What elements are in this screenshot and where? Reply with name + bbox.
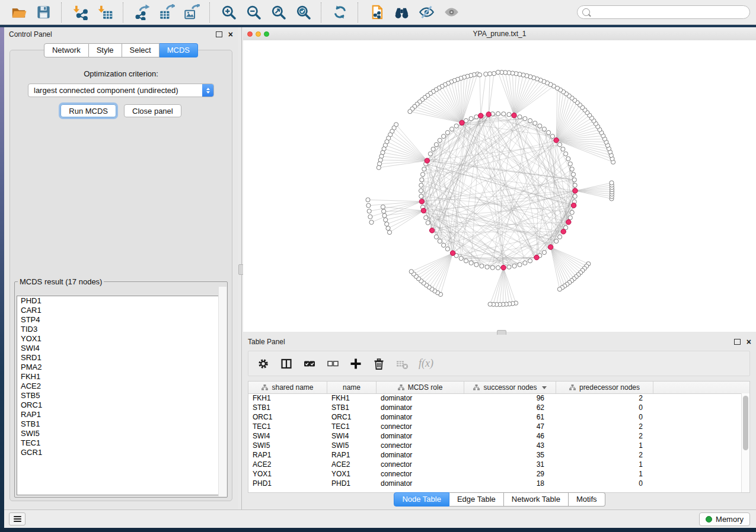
deselect-all-button[interactable] xyxy=(326,357,339,370)
table-row[interactable]: RAP1RAP1dominator352 xyxy=(248,450,742,460)
delete-table-button[interactable] xyxy=(395,357,409,370)
refresh-view-button[interactable] xyxy=(327,2,352,23)
table-row[interactable]: SWI5SWI5connector431 xyxy=(248,441,742,450)
zoom-fit-button[interactable] xyxy=(266,2,291,23)
cell-shared-name[interactable]: FKH1 xyxy=(248,393,327,403)
cell-successor-nodes[interactable]: 96 xyxy=(464,393,556,403)
mcds-list-scrollbar[interactable] xyxy=(218,287,227,496)
cell-successor-nodes[interactable]: 61 xyxy=(464,412,556,422)
cell-name[interactable]: SWI4 xyxy=(327,431,377,441)
table-row[interactable]: FKH1FKH1dominator962 xyxy=(248,393,742,403)
add-column-button[interactable] xyxy=(349,357,362,370)
tab-mcds[interactable]: MCDS xyxy=(160,43,198,57)
zoom-in-button[interactable] xyxy=(216,2,241,23)
function-builder-button[interactable]: f(x) xyxy=(419,357,433,370)
table-row[interactable]: YOX1YOX1connector291 xyxy=(248,469,742,479)
cell-name[interactable]: FKH1 xyxy=(327,393,377,403)
show-hide-panels-button[interactable] xyxy=(414,2,439,23)
zoom-selected-button[interactable] xyxy=(291,2,315,23)
mcds-node-item[interactable]: SRD1 xyxy=(17,353,225,363)
cell-successor-nodes[interactable]: 29 xyxy=(464,469,556,479)
toggle-view-button[interactable] xyxy=(439,2,464,23)
network-graph[interactable] xyxy=(243,40,756,332)
cell-name[interactable]: RAP1 xyxy=(327,450,377,460)
table-row[interactable]: ORC1ORC1dominator610 xyxy=(248,412,742,422)
column-header-MCDS-role[interactable]: MCDS role xyxy=(377,382,464,393)
cell-shared-name[interactable]: SWI5 xyxy=(248,441,327,450)
tab-motifs[interactable]: Motifs xyxy=(569,492,605,507)
task-history-button[interactable] xyxy=(9,512,25,525)
close-panel-icon[interactable]: × xyxy=(747,339,751,345)
cell-name[interactable]: ACE2 xyxy=(327,460,377,469)
scrollbar-thumb[interactable] xyxy=(743,396,748,450)
cell-shared-name[interactable]: ACE2 xyxy=(248,460,327,469)
cell-predecessor-nodes[interactable]: 1 xyxy=(556,441,653,450)
tab-node-table[interactable]: Node Table xyxy=(394,492,449,507)
cell-shared-name[interactable]: STB1 xyxy=(248,403,327,412)
mcds-node-item[interactable]: SWI5 xyxy=(17,429,225,438)
delete-column-button[interactable] xyxy=(372,357,385,370)
cell-MCDS-role[interactable]: connector xyxy=(377,469,464,479)
close-panel-button[interactable]: Close panel xyxy=(124,104,181,117)
cell-successor-nodes[interactable]: 18 xyxy=(464,479,556,488)
tab-edge-table[interactable]: Edge Table xyxy=(449,492,504,507)
import-table-button[interactable] xyxy=(92,2,117,23)
cell-MCDS-role[interactable]: dominator xyxy=(377,431,464,441)
cell-name[interactable]: PHD1 xyxy=(327,479,377,488)
cell-predecessor-nodes[interactable]: 0 xyxy=(556,412,653,422)
cell-predecessor-nodes[interactable]: 0 xyxy=(556,403,653,412)
open-session-button[interactable] xyxy=(6,2,31,23)
table-row[interactable]: STB1STB1dominator620 xyxy=(248,403,742,412)
import-network-button[interactable] xyxy=(68,2,92,23)
column-header-shared-name[interactable]: shared name xyxy=(248,382,327,393)
table-row[interactable]: TEC1TEC1connector472 xyxy=(248,422,742,431)
tab-network-table[interactable]: Network Table xyxy=(504,492,569,507)
cell-MCDS-role[interactable]: dominator xyxy=(377,412,464,422)
cell-successor-nodes[interactable]: 62 xyxy=(464,403,556,412)
mcds-node-item[interactable]: YOX1 xyxy=(17,334,225,344)
tab-style[interactable]: Style xyxy=(89,43,122,57)
mcds-node-item[interactable]: GCR1 xyxy=(17,448,225,457)
export-image-button[interactable] xyxy=(179,2,204,23)
float-panel-icon[interactable] xyxy=(734,339,741,345)
cell-predecessor-nodes[interactable]: 2 xyxy=(556,422,653,431)
export-table-button[interactable] xyxy=(154,2,179,23)
cell-shared-name[interactable]: RAP1 xyxy=(248,450,327,460)
float-panel-icon[interactable] xyxy=(216,31,222,37)
column-settings-button[interactable] xyxy=(257,357,270,370)
cell-successor-nodes[interactable]: 31 xyxy=(464,460,556,469)
vertical-splitter[interactable] xyxy=(238,27,243,509)
cell-shared-name[interactable]: PHD1 xyxy=(248,479,327,488)
cell-name[interactable]: SWI5 xyxy=(327,441,377,450)
memory-button[interactable]: Memory xyxy=(699,512,750,526)
cell-predecessor-nodes[interactable]: 1 xyxy=(556,460,653,469)
mcds-result-list[interactable]: PHD1CAR1STP4TID3YOX1SWI4SRD1PMA2FKH1ACE2… xyxy=(17,296,225,495)
cell-MCDS-role[interactable]: dominator xyxy=(377,450,464,460)
cell-shared-name[interactable]: ORC1 xyxy=(248,412,327,422)
mcds-node-item[interactable]: ORC1 xyxy=(17,400,225,410)
column-header-successor-nodes[interactable]: successor nodes xyxy=(464,382,556,393)
find-button[interactable] xyxy=(389,2,414,23)
table-scrollbar[interactable] xyxy=(741,393,749,492)
mcds-node-item[interactable]: RAP1 xyxy=(17,410,225,419)
leaf-nodes[interactable] xyxy=(366,70,615,306)
cell-name[interactable]: YOX1 xyxy=(327,469,377,479)
run-mcds-button[interactable]: Run MCDS xyxy=(60,104,116,117)
close-panel-icon[interactable]: × xyxy=(228,31,233,37)
cell-successor-nodes[interactable]: 46 xyxy=(464,431,556,441)
cell-predecessor-nodes[interactable]: 2 xyxy=(556,431,653,441)
cell-successor-nodes[interactable]: 35 xyxy=(464,450,556,460)
cell-MCDS-role[interactable]: dominator xyxy=(377,403,464,412)
cell-name[interactable]: ORC1 xyxy=(327,412,377,422)
cell-name[interactable]: STB1 xyxy=(327,403,377,412)
cell-shared-name[interactable]: TEC1 xyxy=(248,422,327,431)
export-network-button[interactable] xyxy=(129,2,154,23)
mcds-node-item[interactable]: STP4 xyxy=(17,315,225,325)
mcds-node-item[interactable]: TEC1 xyxy=(17,438,225,448)
mcds-node-item[interactable]: ACE2 xyxy=(17,382,225,391)
mcds-node-item[interactable]: PHD1 xyxy=(17,296,225,306)
mcds-node-item[interactable]: STB1 xyxy=(17,419,225,429)
cell-predecessor-nodes[interactable]: 2 xyxy=(556,393,653,403)
zoom-out-button[interactable] xyxy=(241,2,266,23)
column-header-predecessor-nodes[interactable]: predecessor nodes xyxy=(556,382,653,393)
